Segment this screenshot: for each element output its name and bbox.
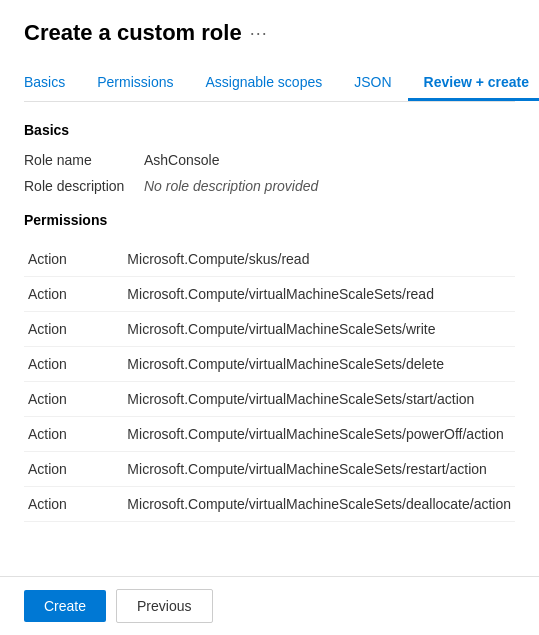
role-description-label: Role description [24,178,144,194]
permissions-section: Permissions Action Microsoft.Compute/sku… [24,212,515,522]
tab-review-create[interactable]: Review + create [408,66,539,101]
permission-value: Microsoft.Compute/virtualMachineScaleSet… [123,487,515,522]
more-options-icon[interactable]: ··· [250,23,268,44]
permission-value: Microsoft.Compute/virtualMachineScaleSet… [123,347,515,382]
permission-value: Microsoft.Compute/virtualMachineScaleSet… [123,277,515,312]
role-description-value: No role description provided [144,178,318,194]
permission-value: Microsoft.Compute/virtualMachineScaleSet… [123,452,515,487]
table-row: Action Microsoft.Compute/virtualMachineS… [24,417,515,452]
tab-permissions[interactable]: Permissions [81,66,189,101]
role-name-label: Role name [24,152,144,168]
table-row: Action Microsoft.Compute/virtualMachineS… [24,382,515,417]
permission-type: Action [24,242,123,277]
permission-type: Action [24,417,123,452]
table-row: Action Microsoft.Compute/virtualMachineS… [24,312,515,347]
tab-basics[interactable]: Basics [24,66,81,101]
previous-button[interactable]: Previous [116,589,212,623]
permission-type: Action [24,277,123,312]
role-name-row: Role name AshConsole [24,152,515,168]
permission-value: Microsoft.Compute/skus/read [123,242,515,277]
table-row: Action Microsoft.Compute/virtualMachineS… [24,452,515,487]
permission-value: Microsoft.Compute/virtualMachineScaleSet… [123,382,515,417]
permission-type: Action [24,452,123,487]
basics-section-title: Basics [24,122,515,138]
permission-type: Action [24,487,123,522]
tab-navigation: Basics Permissions Assignable scopes JSO… [24,66,515,102]
role-name-value: AshConsole [144,152,220,168]
permission-type: Action [24,347,123,382]
role-description-row: Role description No role description pro… [24,178,515,194]
table-row: Action Microsoft.Compute/skus/read [24,242,515,277]
permission-type: Action [24,312,123,347]
tab-assignable-scopes[interactable]: Assignable scopes [189,66,338,101]
permission-value: Microsoft.Compute/virtualMachineScaleSet… [123,312,515,347]
permissions-table: Action Microsoft.Compute/skus/read Actio… [24,242,515,522]
page-title: Create a custom role [24,20,242,46]
table-row: Action Microsoft.Compute/virtualMachineS… [24,487,515,522]
table-row: Action Microsoft.Compute/virtualMachineS… [24,277,515,312]
permissions-section-title: Permissions [24,212,515,228]
tab-json[interactable]: JSON [338,66,407,101]
create-button[interactable]: Create [24,590,106,622]
permission-type: Action [24,382,123,417]
permission-value: Microsoft.Compute/virtualMachineScaleSet… [123,417,515,452]
table-row: Action Microsoft.Compute/virtualMachineS… [24,347,515,382]
footer-bar: Create Previous [0,576,539,635]
